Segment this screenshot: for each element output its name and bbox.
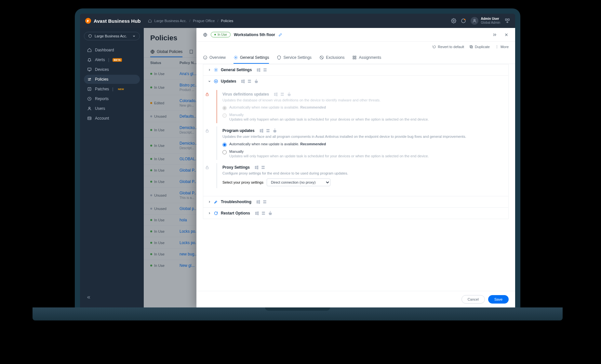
unlock-icon[interactable] xyxy=(205,128,209,133)
account-name: Large Business Acc. xyxy=(95,34,127,38)
apple-icon xyxy=(287,92,291,97)
sidebar-item-users[interactable]: Users xyxy=(84,104,140,113)
wrench-icon xyxy=(214,200,218,204)
panel-tab-general[interactable]: General Settings xyxy=(234,52,269,64)
expand-icon[interactable] xyxy=(492,32,497,37)
svg-rect-4 xyxy=(505,19,507,20)
user-menu[interactable]: Admin User Global Admin xyxy=(471,17,500,25)
sidebar-item-reports[interactable]: Reports xyxy=(84,94,140,103)
tab-other[interactable] xyxy=(189,47,194,57)
sidebar: Large Business Acc. Dashboard Alerts |BE… xyxy=(80,28,144,307)
svg-rect-30 xyxy=(264,68,267,70)
user-icon xyxy=(87,106,92,111)
panel-tab-service[interactable]: Service Settings xyxy=(277,52,312,64)
sidebar-item-alerts[interactable]: Alerts |BETA xyxy=(84,55,140,64)
chevron-right-icon xyxy=(208,68,211,72)
sidebar-item-patches[interactable]: Patches |NEW xyxy=(84,84,140,94)
server-icon xyxy=(262,200,267,204)
section-general-settings[interactable]: General Settings xyxy=(203,64,508,75)
cancel-button[interactable]: Cancel xyxy=(461,295,485,304)
svg-point-21 xyxy=(497,48,497,48)
gear-icon[interactable] xyxy=(451,18,456,23)
breadcrumb-link[interactable]: Large Business Acc. xyxy=(154,19,187,23)
windows-icon xyxy=(274,92,278,97)
svg-rect-40 xyxy=(266,131,269,133)
svg-rect-17 xyxy=(471,46,473,48)
program-auto-radio[interactable] xyxy=(222,143,227,147)
sidebar-item-dashboard[interactable]: Dashboard xyxy=(84,46,140,55)
proxy-select[interactable]: Direct connection (no proxy) xyxy=(267,178,330,186)
svg-point-8 xyxy=(89,80,89,80)
revert-button[interactable]: Revert to default xyxy=(432,45,464,49)
svg-point-20 xyxy=(497,46,497,47)
svg-rect-46 xyxy=(262,212,265,213)
svg-rect-43 xyxy=(261,168,264,169)
topbar: Avast Business Hub Large Business Acc. /… xyxy=(80,14,515,28)
svg-rect-36 xyxy=(281,93,284,94)
grid-icon xyxy=(352,55,357,60)
apple-icon xyxy=(268,211,272,215)
server-icon xyxy=(247,79,252,84)
windows-icon xyxy=(256,68,261,72)
duplicate-button[interactable]: Duplicate xyxy=(469,45,490,49)
svg-rect-18 xyxy=(470,46,472,47)
gear-icon xyxy=(214,68,218,72)
sidebar-item-account[interactable]: Account xyxy=(84,114,140,123)
panel-tab-exclusions[interactable]: Exclusions xyxy=(319,52,344,64)
notifications-icon[interactable] xyxy=(461,18,466,23)
panel-tab-assignments[interactable]: Assignments xyxy=(352,52,381,64)
chevron-down-icon xyxy=(208,80,211,83)
main-content: Policies Global Policies Status Policy N… xyxy=(144,28,515,307)
account-selector[interactable]: Large Business Acc. xyxy=(84,32,140,40)
server-icon xyxy=(263,68,267,72)
proxy-select-label: Select your proxy settings xyxy=(222,180,263,184)
new-badge: NEW xyxy=(116,87,125,91)
svg-rect-15 xyxy=(190,50,193,54)
tab-global-policies[interactable]: Global Policies xyxy=(150,47,182,57)
program-manual-radio[interactable] xyxy=(222,150,227,154)
svg-rect-26 xyxy=(355,56,356,57)
panel-title: Workstations 5th floor xyxy=(234,32,275,37)
svg-rect-12 xyxy=(88,117,91,120)
sidebar-item-label: Alerts xyxy=(95,58,105,62)
sidebar-item-policies[interactable]: Policies xyxy=(84,75,140,84)
breadcrumb-link[interactable]: Prague Office xyxy=(193,19,215,23)
lock-icon[interactable] xyxy=(205,92,209,97)
sliders-icon xyxy=(87,77,92,82)
windows-icon xyxy=(259,128,264,133)
avatar xyxy=(471,17,478,25)
column-header-status[interactable]: Status xyxy=(150,61,180,65)
close-icon[interactable] xyxy=(504,32,509,37)
globe-icon xyxy=(150,49,155,54)
windows-icon xyxy=(254,165,259,170)
server-icon xyxy=(261,165,265,170)
section-troubleshooting[interactable]: Troubleshooting xyxy=(203,196,508,207)
svg-rect-31 xyxy=(264,70,267,72)
windows-icon xyxy=(241,79,245,84)
svg-point-2 xyxy=(464,19,465,20)
apps-icon[interactable] xyxy=(505,18,510,23)
brand-name: Avast Business Hub xyxy=(94,18,141,24)
column-header-name[interactable]: Policy N... xyxy=(180,61,197,65)
breadcrumbs: Large Business Acc. / Prague Office / Po… xyxy=(148,19,234,23)
sidebar-item-devices[interactable]: Devices xyxy=(84,65,140,74)
save-button[interactable]: Save xyxy=(488,295,509,304)
svg-point-11 xyxy=(89,107,90,109)
svg-rect-37 xyxy=(281,95,284,96)
section-restart[interactable]: Restart Options xyxy=(203,208,508,219)
avast-icon xyxy=(85,18,91,24)
svg-rect-5 xyxy=(508,19,509,20)
globe-icon xyxy=(203,32,207,37)
unlock-icon[interactable] xyxy=(205,165,209,170)
svg-rect-33 xyxy=(248,80,251,81)
panel-tab-overview[interactable]: Overview xyxy=(203,52,226,64)
svg-rect-45 xyxy=(263,202,266,203)
more-button[interactable]: More xyxy=(495,45,509,49)
user-name: Admin User xyxy=(481,17,500,21)
sidebar-item-label: Patches xyxy=(95,87,109,91)
breadcrumb-current: Policies xyxy=(221,19,233,23)
edit-icon[interactable] xyxy=(278,33,282,37)
section-updates[interactable]: Updates xyxy=(203,76,508,87)
setting-proxy: Proxy Settings Configure proxy settings … xyxy=(216,163,504,188)
sidebar-collapse[interactable] xyxy=(84,292,140,304)
